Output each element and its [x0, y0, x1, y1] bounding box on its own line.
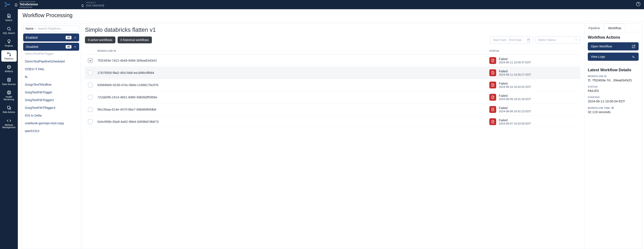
chevron-up-icon [74, 45, 76, 48]
row-workflow-id: 17b75505-f8a2-4fc0-bfaf-ee1686c9fb84 [98, 71, 154, 75]
question-circle-icon [636, 2, 640, 7]
pipeline-item[interactable]: notebook-gsmolyn-test-copy [23, 119, 79, 127]
svg-point-9 [10, 55, 11, 56]
row-checkbox[interactable] [88, 107, 93, 112]
status-select[interactable]: Select Status [535, 36, 580, 44]
historical-workflows-button[interactable]: 0 historical workflows [118, 37, 152, 43]
workflow-row[interactable]: 5fe15baa-614e-4470-8be7-66b869fefdb6Fail… [85, 103, 580, 116]
nav-pipelines[interactable]: Pipelines [1, 50, 17, 62]
pipeline-item[interactable]: GregTestFileTrigger [23, 88, 79, 96]
nav-projects[interactable]: Projects [1, 37, 17, 49]
pipeline-item[interactable]: GregsTestTetraflow [23, 81, 79, 88]
status-badge [489, 118, 496, 125]
status-badge [489, 57, 496, 64]
pipeline-item[interactable]: DOES IT FAIL [23, 65, 79, 73]
lightbulb-icon [7, 39, 11, 44]
file-error-icon [491, 108, 495, 111]
open-workflow-button[interactable]: Open Workflow [588, 42, 639, 51]
row-checkbox[interactable] [88, 83, 93, 87]
meta-wfid-label: WORKFLOW ID [588, 75, 639, 78]
filter-dropdown[interactable]: Name [26, 27, 36, 30]
org-name: TetraScience [20, 3, 38, 6]
project-label: PROJECT [86, 2, 104, 4]
workflow-row[interactable]: 722ab5f6-2414-4b51-8d80-9db0bdf5956eFail… [85, 91, 580, 103]
tab-pipeline[interactable]: Pipeline [584, 24, 604, 32]
project-value: (not selected) [86, 4, 104, 7]
group-enabled[interactable]: Enabled 30 [23, 34, 79, 42]
project-selector[interactable]: PROJECT (not selected) [81, 2, 104, 8]
workflow-title: Simplo databricks flatten v1 [85, 27, 580, 33]
pipeline-item[interactable]: GregTestFileTrigger2 [23, 96, 79, 104]
nav-data-sources[interactable]: Data Sources [1, 76, 17, 87]
status-badge [489, 94, 496, 101]
external-link-icon [632, 45, 636, 48]
row-checkbox[interactable] [88, 58, 93, 63]
caret-down-icon [34, 28, 36, 30]
workflow-row[interactable]: 17b75505-f8a2-4fc0-bfaf-ee1686c9fb84Fail… [85, 67, 580, 79]
row-checkbox[interactable] [88, 119, 93, 124]
file-error-icon [491, 95, 495, 99]
building-icon [14, 3, 18, 7]
meta-status-value: FAILED [588, 89, 639, 93]
view-logs-button[interactable]: View Logs [588, 53, 639, 61]
row-timestamp: 2024-06-11 10:00:27 EDT [499, 73, 531, 76]
calendar-icon [527, 38, 530, 42]
database-icon [7, 78, 11, 82]
row-workflow-id: 0cbc956b-30a9-4a92-9bb4-0099b87db673 [98, 120, 158, 123]
pipeline-item[interactable]: DemoTestFileTrigger [23, 52, 79, 58]
pipeline-item[interactable]: IDS to Delta [23, 112, 79, 119]
row-status: Failed [499, 57, 531, 61]
svg-point-2 [8, 4, 10, 5]
tab-workflow[interactable]: Workflow [604, 24, 625, 32]
pipeline-item[interactable]: GregTestFileTRigger3 [23, 104, 79, 112]
lightbulb-icon [81, 4, 84, 8]
layers-icon [7, 105, 11, 110]
info-icon [611, 106, 614, 109]
date-range-input[interactable]: Start Date - End Date [490, 36, 533, 44]
search-input[interactable] [38, 27, 77, 30]
pipeline-item[interactable]: fa [23, 73, 79, 81]
row-workflow-id: 63969606-9228-47ec-9b6e-c1668176c976 [98, 83, 158, 87]
nav-attribute-mgmt[interactable]: Attribute Management [1, 117, 17, 131]
status-badge [489, 69, 496, 76]
svg-point-8 [7, 53, 8, 54]
meta-time-value: 32.119 seconds [588, 110, 639, 114]
nav-artifacts[interactable]: Artifacts [1, 63, 17, 75]
row-timestamp: 2024-06-08 10:02:23 EDT [499, 110, 531, 113]
row-checkbox[interactable] [88, 70, 93, 75]
nav-search[interactable]: Search [1, 12, 17, 23]
cube-icon [7, 65, 11, 69]
workflow-row[interactable]: 0cbc956b-30a9-4a92-9bb4-0099b87db673Fail… [85, 116, 580, 128]
row-checkbox[interactable] [88, 95, 93, 100]
svg-point-7 [7, 27, 10, 30]
status-badge [489, 106, 496, 113]
logo-nodes-icon [4, 1, 10, 8]
pipeline-item[interactable]: DemoTestPipelineScheduled [23, 58, 79, 65]
nav-bulk-actions[interactable]: Bulk Actions [1, 104, 17, 115]
file-error-icon [491, 59, 495, 63]
svg-rect-15 [589, 80, 590, 81]
group-disabled[interactable]: Disabled 49 [23, 43, 79, 51]
svg-point-10 [8, 78, 10, 79]
row-status: Failed [499, 82, 531, 85]
col-status: STATUS [489, 50, 577, 52]
app-logo[interactable] [0, 1, 14, 8]
meta-wfid-value[interactable]: 7f32493e-7d…09ea6343cf1 [588, 78, 639, 82]
page-title: Workflow Processing [22, 12, 639, 19]
svg-point-0 [5, 2, 6, 4]
workflow-row[interactable]: 7f32493e-7d12-4b49-9084-309ea6343cf1Fail… [85, 55, 580, 67]
help-button[interactable] [636, 2, 640, 7]
org-selector[interactable]: ORGANIZATION TetraScience tetrascience [14, 1, 38, 8]
row-timestamp: 2024-06-11 10:00:37 EDT [499, 61, 531, 64]
nav-sql-search[interactable]: SQL Search [1, 25, 17, 36]
pipeline-search[interactable]: Name [23, 25, 79, 32]
svg-rect-14 [528, 39, 530, 41]
workflow-row[interactable]: 63969606-9228-47ec-9b6e-c1668176c976Fail… [85, 79, 580, 91]
svg-point-6 [8, 16, 9, 17]
row-timestamp: 2024-06-07 10:02:00 EDT [499, 122, 531, 125]
nav-health[interactable]: Health Monitoring [1, 88, 17, 102]
active-workflows-button[interactable]: 0 active workflows [85, 37, 116, 43]
svg-rect-13 [7, 106, 10, 109]
pipeline-item[interactable]: qwe31313 [23, 127, 79, 135]
search-icon [7, 27, 11, 31]
